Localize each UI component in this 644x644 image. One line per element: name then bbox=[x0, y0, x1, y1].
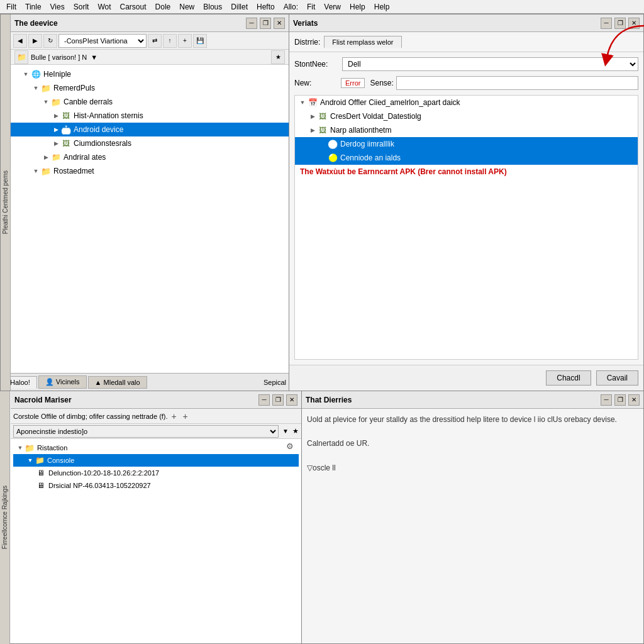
star-btn-bottom[interactable]: ★ bbox=[292, 427, 299, 435]
new-error-row: New: Error Sense: bbox=[294, 76, 638, 90]
expand-ristaction[interactable]: ▼ bbox=[16, 443, 25, 453]
expand-consıole[interactable]: ▼ bbox=[26, 455, 35, 465]
gear-icon-ristaction[interactable]: ⚙ bbox=[286, 441, 299, 454]
store-select[interactable]: Dell bbox=[342, 57, 638, 71]
diarries-line-1: Uold at plevice for yeur stalldy as the … bbox=[307, 414, 638, 426]
right-restore-btn[interactable]: ❐ bbox=[614, 18, 626, 29]
expand-hist[interactable]: ▶ bbox=[51, 111, 61, 121]
console-delunction[interactable]: 🖥 Delunction-10:20-18-10.26:2:2:2017 bbox=[13, 467, 299, 479]
vtab-label-bottom[interactable]: Firreellcomce Rajkings bbox=[1, 486, 8, 549]
console-consıole[interactable]: ▼ 📁 Consıole bbox=[13, 454, 299, 467]
tree-item-hist[interactable]: ▶ 🖼 Hist-Annation sternis bbox=[11, 109, 289, 123]
menu-dole[interactable]: Dole bbox=[152, 1, 175, 13]
statusbar-tab-vicinels[interactable]: 👤 Vicinels bbox=[38, 375, 87, 389]
menu-help1[interactable]: Help bbox=[346, 1, 369, 13]
vtree-expand-offler[interactable]: ▼ bbox=[297, 97, 308, 108]
graph-btn[interactable]: ↑ bbox=[163, 34, 177, 48]
expand-heiniple[interactable]: ▼ bbox=[21, 69, 31, 79]
expand-canble[interactable]: ▼ bbox=[41, 97, 51, 107]
expand-andriral[interactable]: ▶ bbox=[41, 152, 51, 162]
tree-item-canble[interactable]: ▼ 📁 Canble derrals bbox=[11, 95, 289, 109]
back-btn[interactable]: ◀ bbox=[13, 34, 27, 48]
statusbar-tab-mledall[interactable]: ▲ Mledall valo bbox=[88, 376, 147, 389]
add-item-btn-1[interactable]: + bbox=[169, 411, 179, 421]
menu-dillet[interactable]: Dillet bbox=[227, 1, 252, 13]
tree-item-heiniple[interactable]: ▼ 🌐 HeIniple bbox=[11, 67, 289, 81]
menu-help2[interactable]: Help bbox=[370, 1, 394, 13]
bright-close-btn[interactable]: ✕ bbox=[628, 394, 640, 406]
vtree-expand-cenniode[interactable] bbox=[318, 153, 328, 163]
vtree-android-offler[interactable]: ▼ 📅 Android Offler Ciied_amelrlon_apart … bbox=[295, 96, 638, 109]
menu-hefto[interactable]: Hefto bbox=[253, 1, 279, 13]
tree-item-ciumdion[interactable]: ▶ 🖼 Ciumdionstesrals bbox=[11, 136, 289, 150]
vtree-cenniode[interactable]: 🟠 Cenniode an ialds bbox=[295, 151, 638, 165]
menu-verw[interactable]: Verw bbox=[320, 1, 345, 13]
vtree-expand-cresdert[interactable]: ▶ bbox=[308, 111, 318, 121]
dialog-buttons: Chacdl Cavail bbox=[289, 365, 643, 391]
label-ciumdion: Ciumdionstesrals bbox=[74, 139, 131, 148]
expand-ciumdion[interactable]: ▶ bbox=[51, 138, 61, 148]
tree-item-android[interactable]: ▶ 🤖 Android device bbox=[11, 123, 289, 136]
person-icon: 👤 bbox=[45, 378, 54, 386]
expand-android[interactable]: ▶ bbox=[51, 125, 61, 135]
menu-blous[interactable]: Blous bbox=[199, 1, 226, 13]
tree-item-rostaedmet[interactable]: ▼ 📁 Rostaedmet bbox=[11, 164, 289, 178]
console-ristaction[interactable]: ▼ 📁 Ristaction ⚙ bbox=[13, 441, 299, 454]
add-btn[interactable]: + bbox=[178, 34, 192, 48]
tree-item-remerdpuls[interactable]: ▼ 📁 RemerdPuls bbox=[11, 81, 289, 95]
breadcrumb-icon: 📁 bbox=[14, 50, 28, 64]
right-minimize-btn[interactable]: ─ bbox=[601, 18, 612, 29]
menu-carsout[interactable]: Carsout bbox=[116, 1, 150, 13]
star-btn[interactable]: ★ bbox=[271, 50, 285, 64]
ok-button[interactable]: Chacdl bbox=[546, 370, 591, 386]
expand-rostaedmet[interactable]: ▼ bbox=[31, 166, 41, 176]
left-tree: ▼ 🌐 HeIniple ▼ 📁 RemerdPuls ▼ 📁 Canble d… bbox=[11, 65, 289, 373]
globe-icon: 🌐 bbox=[31, 69, 41, 79]
bleft-close-btn[interactable]: ✕ bbox=[286, 394, 297, 406]
bottom-dropdown[interactable]: Aponecinstie indestio]o bbox=[13, 425, 279, 438]
menubar: Filt Tinle Vies Sorlt Wot Carsout Dole N… bbox=[0, 0, 644, 14]
save-btn[interactable]: 💾 bbox=[193, 34, 207, 48]
bottom-left-toolbar: Corstole Offile of dimbg; ofifer cassing… bbox=[11, 409, 301, 424]
menu-vies[interactable]: Vies bbox=[47, 1, 69, 13]
tab-flist[interactable]: Flist remplass welor bbox=[324, 36, 401, 48]
expand-remerdpuls[interactable]: ▼ bbox=[31, 83, 41, 93]
menu-new[interactable]: New bbox=[175, 1, 198, 13]
bottom-vtab: Firreellcomce Rajkings bbox=[0, 391, 10, 644]
error-badge: Error bbox=[341, 78, 365, 88]
bright-minimize-btn[interactable]: ─ bbox=[601, 394, 612, 406]
refresh-btn[interactable]: ↻ bbox=[43, 34, 57, 48]
sense-input[interactable] bbox=[396, 76, 638, 90]
left-close-btn[interactable]: ✕ bbox=[274, 18, 285, 29]
menu-tinle[interactable]: Tinle bbox=[21, 1, 45, 13]
vtree-expand-derdog[interactable] bbox=[318, 139, 328, 149]
bottom-left-panel: Firreellcomce Rajkings Nacroid Mariser ─… bbox=[0, 391, 302, 644]
vtree-expand-narp[interactable]: ▶ bbox=[308, 125, 318, 135]
bright-restore-btn[interactable]: ❐ bbox=[614, 394, 626, 406]
menu-sorlt[interactable]: Sorlt bbox=[70, 1, 93, 13]
vtree-label-offler: Android Offler Ciied_amelrlon_apart daic… bbox=[320, 98, 460, 107]
bleft-minimize-btn[interactable]: ─ bbox=[258, 394, 270, 406]
left-minimize-btn[interactable]: ─ bbox=[246, 18, 257, 29]
vtree-cresdert[interactable]: ▶ 🖼 CresDert Voldat_Datestiolg bbox=[295, 109, 638, 123]
add-item-btn-2[interactable]: + bbox=[180, 411, 191, 421]
distrrie-row: Distrrie: Flist remplass welor bbox=[289, 32, 643, 52]
forward-btn[interactable]: ▶ bbox=[28, 34, 42, 48]
console-drsicial[interactable]: 🖥 Drsicial NP-46.03413-105220927 bbox=[13, 479, 299, 492]
menu-fit[interactable]: Fit bbox=[303, 1, 319, 13]
vtree-derdog[interactable]: 🔴 Derdog iimralIlik bbox=[295, 137, 638, 151]
sync-btn[interactable]: ⇄ bbox=[148, 34, 162, 48]
bleft-restore-btn[interactable]: ❐ bbox=[272, 394, 284, 406]
menu-allo[interactable]: Allo: bbox=[280, 1, 302, 13]
cancel-button[interactable]: Cavail bbox=[596, 370, 638, 386]
menu-filt[interactable]: Filt bbox=[3, 1, 20, 13]
menu-wot[interactable]: Wot bbox=[94, 1, 114, 13]
location-dropdown[interactable]: -ConsPIest Viartiona bbox=[58, 34, 147, 48]
vtree-narp[interactable]: ▶ 🖼 Narp allationthetm bbox=[295, 123, 638, 137]
right-close-btn[interactable]: ✕ bbox=[628, 18, 640, 29]
vtab-label-top[interactable]: Pleathi Centmed pems bbox=[2, 170, 9, 234]
tree-item-andriral[interactable]: ▶ 📁 Andriral ates bbox=[11, 150, 289, 164]
bottom-left-title: Nacroid Mariser bbox=[14, 396, 256, 404]
right-title: Veriats bbox=[293, 19, 598, 28]
left-restore-btn[interactable]: ❐ bbox=[260, 18, 271, 29]
